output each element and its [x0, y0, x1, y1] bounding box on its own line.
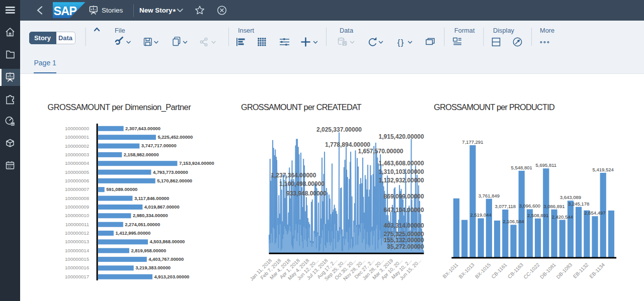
svg-text:2,519,044: 2,519,044	[470, 212, 492, 218]
svg-text:BX-1011: BX-1011	[442, 262, 459, 279]
svg-text:2,106,584: 2,106,584	[503, 219, 524, 224]
svg-text:2,508,891: 2,508,891	[527, 213, 548, 218]
svg-text:3,096,600: 3,096,600	[519, 203, 540, 209]
svg-text:3,245,178: 3,245,178	[568, 201, 589, 207]
svg-text:EB-1132: EB-1132	[572, 262, 590, 279]
svg-text:2,654,497: 2,654,497	[584, 210, 605, 216]
svg-text:DB-1083: DB-1083	[555, 262, 574, 280]
svg-text:3,643,089: 3,643,089	[560, 194, 581, 200]
svg-text:BX-1013: BX-1013	[458, 262, 476, 280]
svg-text:EB-1134: EB-1134	[588, 262, 606, 279]
svg-text:2,420,544: 2,420,544	[552, 214, 573, 220]
svg-text:BX-1015: BX-1015	[474, 262, 492, 280]
svg-text:5,548,801: 5,548,801	[511, 165, 532, 170]
svg-text:CC-1022: CC-1022	[522, 262, 540, 280]
svg-text:5,695,811: 5,695,811	[536, 162, 557, 168]
svg-text:3,761,849: 3,761,849	[478, 193, 500, 198]
svg-text:5,419,524: 5,419,524	[593, 167, 614, 172]
svg-text:7,177,291: 7,177,291	[462, 139, 483, 145]
svg-text:3,077,118: 3,077,118	[495, 204, 516, 209]
svg-text:3,086,891: 3,086,891	[543, 204, 565, 209]
svg-text:CB-1161: CB-1161	[491, 262, 508, 279]
svg-text:CB-1163: CB-1163	[507, 262, 524, 279]
svg-text:DB-1081: DB-1081	[539, 262, 557, 280]
